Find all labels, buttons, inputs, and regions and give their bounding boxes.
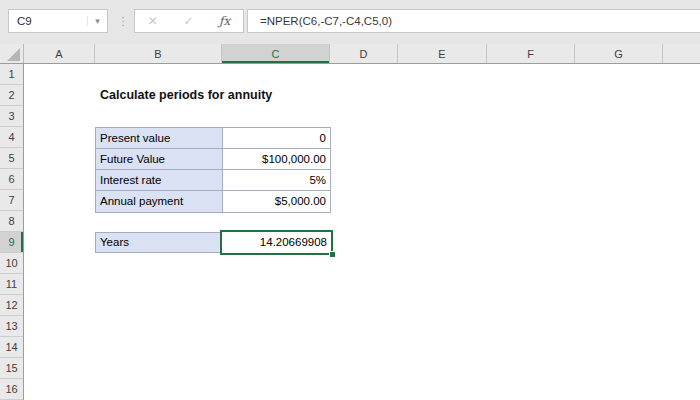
- cell-c5-value[interactable]: $100,000.00: [223, 149, 330, 169]
- cancel-icon[interactable]: ✕: [148, 14, 158, 28]
- row-header-11[interactable]: 11: [0, 274, 23, 295]
- fill-handle[interactable]: [329, 251, 336, 258]
- formula-input[interactable]: =NPER(C6,-C7,-C4,C5,0): [247, 9, 700, 33]
- row-header-12[interactable]: 12: [0, 295, 23, 316]
- column-header-b[interactable]: B: [95, 44, 222, 63]
- cell-b9-label[interactable]: Years: [95, 232, 222, 253]
- column-headers: A B C D E F G: [0, 44, 700, 64]
- formula-text[interactable]: =NPER(C6,-C7,-C4,C5,0): [248, 15, 392, 27]
- column-header-partial[interactable]: [663, 44, 700, 63]
- input-table: Present value 0 Future Value $100,000.00…: [95, 127, 331, 213]
- row-header-4[interactable]: 4: [0, 127, 23, 148]
- column-header-a[interactable]: A: [24, 44, 95, 63]
- name-box-value[interactable]: C9: [9, 15, 87, 27]
- column-header-f[interactable]: F: [487, 44, 575, 63]
- cell-b7-label[interactable]: Annual payment: [96, 191, 223, 212]
- row-headers: 1 2 3 4 5 6 7 8 9 10 11 12 13 14 15 16: [0, 64, 24, 400]
- worksheet-title-cell[interactable]: Calculate periods for annuity: [100, 85, 272, 106]
- name-box-dropdown-icon[interactable]: ▾: [87, 16, 107, 26]
- cell-c6-value[interactable]: 5%: [223, 170, 330, 190]
- table-row: Future Value $100,000.00: [96, 149, 330, 170]
- enter-icon[interactable]: ✓: [183, 14, 193, 28]
- row-header-8[interactable]: 8: [0, 211, 23, 232]
- cell-b4-label[interactable]: Present value: [96, 128, 223, 148]
- cell-b6-label[interactable]: Interest rate: [96, 170, 223, 190]
- insert-function-icon[interactable]: ƒx: [219, 14, 230, 28]
- row-header-2[interactable]: 2: [0, 85, 23, 106]
- formula-bar-resize-handle-icon: ⋮: [116, 9, 130, 33]
- row-header-9[interactable]: 9: [0, 232, 23, 253]
- row-header-15[interactable]: 15: [0, 358, 23, 379]
- selected-cell-c9[interactable]: 14.20669908: [220, 230, 333, 255]
- name-box[interactable]: C9 ▾: [8, 9, 108, 33]
- select-all-triangle-icon: [7, 48, 20, 61]
- row-header-14[interactable]: 14: [0, 337, 23, 358]
- formula-bar-chrome: C9 ▾ ⋮ ✕ ✓ ƒx =NPER(C6,-C7,-C4,C5,0): [0, 0, 700, 44]
- cell-c7-value[interactable]: $5,000.00: [223, 191, 330, 212]
- row-header-10[interactable]: 10: [0, 253, 23, 274]
- row-header-3[interactable]: 3: [0, 106, 23, 127]
- row-header-16[interactable]: 16: [0, 379, 23, 400]
- formula-buttons: ✕ ✓ ƒx: [134, 9, 244, 33]
- cell-b5-label[interactable]: Future Value: [96, 149, 223, 169]
- column-header-c[interactable]: C: [222, 44, 330, 63]
- cell-c4-value[interactable]: 0: [223, 128, 330, 148]
- column-header-g[interactable]: G: [575, 44, 663, 63]
- column-header-d[interactable]: D: [330, 44, 398, 63]
- select-all-button[interactable]: [0, 44, 24, 63]
- row-header-6[interactable]: 6: [0, 169, 23, 190]
- table-row: Annual payment $5,000.00: [96, 191, 330, 212]
- table-row: Present value 0: [96, 128, 330, 149]
- column-header-e[interactable]: E: [398, 44, 487, 63]
- row-header-7[interactable]: 7: [0, 190, 23, 211]
- row-header-5[interactable]: 5: [0, 148, 23, 169]
- row-header-1[interactable]: 1: [0, 64, 23, 85]
- row-header-13[interactable]: 13: [0, 316, 23, 337]
- table-row: Interest rate 5%: [96, 170, 330, 191]
